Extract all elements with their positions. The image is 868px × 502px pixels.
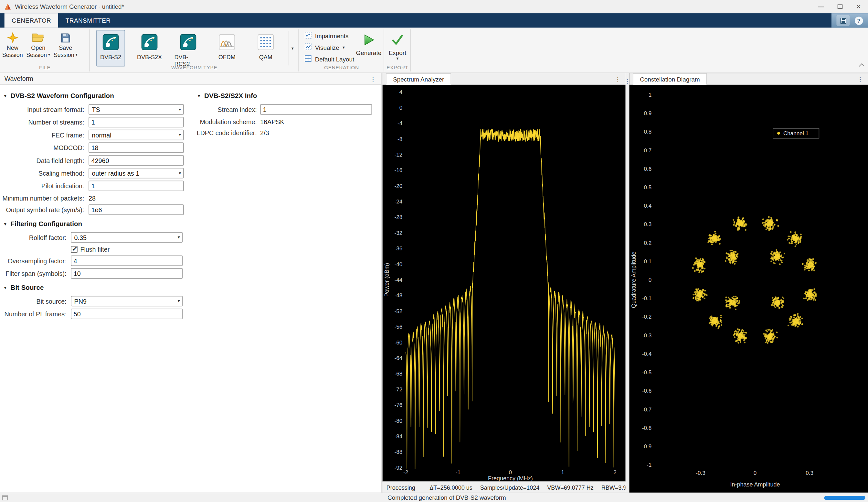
oversampling-factor-input[interactable] <box>71 255 183 266</box>
plot-graphic <box>706 294 708 296</box>
generate-button[interactable]: Generate <box>355 30 382 56</box>
plot-graphic <box>729 301 730 302</box>
modcod-input[interactable] <box>89 142 184 153</box>
waveform-gallery-overflow-button[interactable] <box>288 31 297 66</box>
close-button[interactable] <box>849 0 868 13</box>
plot-graphic <box>796 322 797 323</box>
data-field-length-input[interactable] <box>89 155 184 166</box>
export-button[interactable]: Export <box>385 30 410 61</box>
flush-filter-checkbox[interactable]: Flush filter <box>71 246 110 253</box>
plot-graphic <box>737 338 739 340</box>
section-header-filtering[interactable]: Filtering Configuration <box>3 219 188 228</box>
plot-graphic <box>795 241 797 243</box>
fec-frame-dropdown[interactable]: normal <box>89 130 184 140</box>
waveform-type-dvbs2x-button[interactable]: DVB-S2X <box>135 30 164 67</box>
plot-graphic <box>698 263 699 264</box>
waveform-type-dvbs2-button[interactable]: DVB-S2 <box>96 30 125 67</box>
plot-graphic <box>692 267 694 269</box>
plot-graphic <box>808 259 809 261</box>
num-pl-frames-input[interactable] <box>71 309 183 319</box>
axis-label: -40 <box>395 261 403 268</box>
minimize-button[interactable] <box>812 0 830 13</box>
waveform-type-qam-button[interactable]: QAM <box>251 30 280 67</box>
plot-graphic <box>776 337 778 338</box>
field-label: Rolloff factor: <box>0 234 66 241</box>
button-label: DVB-S2X <box>137 54 162 60</box>
plot-graphic <box>789 236 790 238</box>
axis-label: 0.9 <box>644 110 651 117</box>
waveform-type-dvbrcs2-button[interactable]: DVB-RCS2 <box>174 30 203 67</box>
plot-graphic <box>740 341 741 343</box>
plot-graphic <box>741 221 742 222</box>
pilot-indication-input[interactable] <box>89 180 184 191</box>
axis-label: -68 <box>395 370 403 377</box>
plot-graphic <box>796 317 797 319</box>
tab-transmitter[interactable]: TRANSMITTER <box>58 13 118 28</box>
axis-label: -76 <box>395 402 403 408</box>
visualize-button[interactable]: Visualize <box>304 41 354 53</box>
plot-graphic <box>807 263 809 264</box>
quick-save-button[interactable] <box>836 15 850 26</box>
axis-label: 0 <box>509 469 512 475</box>
tab-generator[interactable]: GENERATOR <box>4 13 59 28</box>
section-header-bit-source[interactable]: Bit Source <box>3 283 188 292</box>
plot-graphic <box>765 342 766 343</box>
collapse-ribbon-button[interactable] <box>859 63 865 69</box>
plot-graphic <box>774 224 775 225</box>
plot-graphic <box>725 260 726 262</box>
button-label: DVB-S2 <box>100 54 121 60</box>
field-label: Number of PL frames: <box>0 311 66 317</box>
plot-graphic <box>710 238 711 240</box>
collapse-triangle-icon <box>197 94 202 98</box>
plot-graphic <box>702 296 703 298</box>
axis-label: -0.9 <box>642 443 652 450</box>
plot-graphic <box>731 250 733 251</box>
impairments-button[interactable]: Impairments <box>304 30 354 42</box>
maximize-button[interactable] <box>830 0 849 13</box>
help-button[interactable] <box>855 17 863 25</box>
field-label: Stream index: <box>194 106 257 113</box>
waveform-panel-menu-icon[interactable] <box>370 73 376 85</box>
plot-graphic <box>777 225 779 227</box>
legend-box: Channel 1 <box>773 128 819 139</box>
plot-graphic <box>806 294 807 296</box>
waveform-type-ofdm-button[interactable]: OFDM <box>213 30 241 67</box>
plot-graphic <box>698 300 699 301</box>
output-symbol-rate-input[interactable] <box>89 204 184 215</box>
toolstrip-tabbar: GENERATOR TRANSMITTER <box>0 13 868 28</box>
titlebar: Wireless Waveform Generator - untitled* <box>0 0 868 13</box>
filter-span-input[interactable] <box>71 268 183 279</box>
bit-source-dropdown[interactable]: PN9 <box>71 296 183 307</box>
plot-graphic <box>717 236 719 238</box>
rolloff-factor-dropdown[interactable]: 0.35 <box>71 232 183 243</box>
button-label: Session <box>54 51 74 58</box>
plot-graphic <box>792 242 793 244</box>
plot-graphic <box>732 253 734 254</box>
constellation-menu-icon[interactable] <box>857 73 864 85</box>
stream-index-input[interactable] <box>260 104 372 115</box>
plot-graphic <box>736 300 738 301</box>
input-stream-format-dropdown[interactable]: TS <box>89 104 184 115</box>
default-layout-button[interactable]: Default Layout <box>304 53 354 65</box>
plot-graphic <box>808 264 810 266</box>
panel-splitter[interactable] <box>626 73 630 493</box>
axis-label: 4 <box>400 89 403 95</box>
tab-constellation-diagram[interactable]: Constellation Diagram <box>633 73 707 85</box>
axis-label: 2 <box>613 469 617 475</box>
plot-graphic <box>805 291 807 293</box>
section-header-dvbs2-config[interactable]: DVB-S2 Waveform Configuration <box>3 91 188 100</box>
axis-label: 0.4 <box>644 202 651 209</box>
field-label: FEC frame: <box>0 132 84 139</box>
plot-graphic <box>795 235 797 237</box>
plot-graphic <box>712 241 714 243</box>
section-header-info[interactable]: DVB-S2/S2X Info <box>197 91 380 100</box>
panel-title: Waveform <box>4 76 33 82</box>
plot-graphic <box>736 256 738 258</box>
tab-spectrum-analyzer[interactable]: Spectrum Analyzer <box>386 73 452 85</box>
spectrum-menu-icon[interactable] <box>614 73 621 85</box>
plot-graphic <box>731 300 733 301</box>
number-of-streams-input[interactable] <box>89 117 184 128</box>
axis-label: -36 <box>395 245 403 252</box>
scaling-method-dropdown[interactable]: outer radius as 1 <box>89 168 184 179</box>
plot-graphic <box>787 239 788 240</box>
